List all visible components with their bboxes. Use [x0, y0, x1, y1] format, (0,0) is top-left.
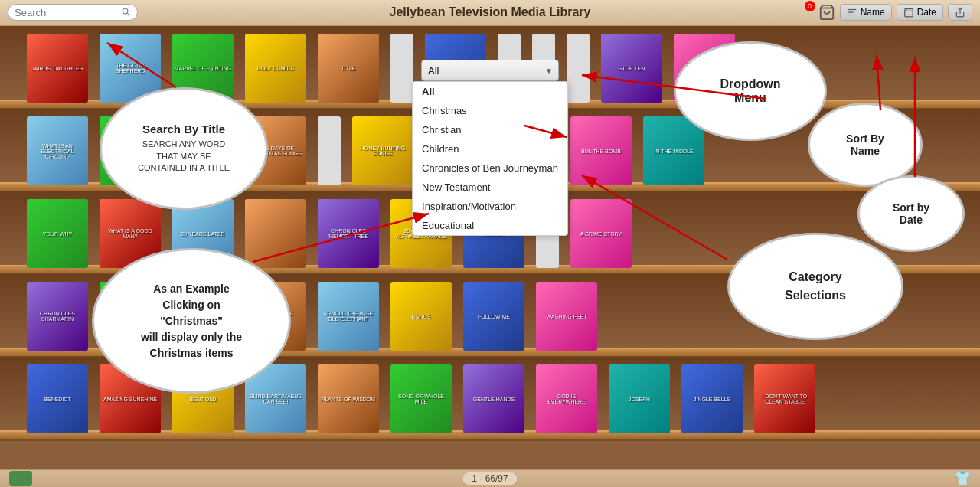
book-item[interactable]: WASHING FEET: [536, 282, 597, 351]
bubble-dropdown: DropdownMenu: [674, 41, 827, 141]
book-item[interactable]: CHRONICLES MEMORY TREE: [318, 199, 379, 268]
share-icon: [955, 7, 965, 18]
bubble-example-text: As an ExampleClicking on"Christmas"will …: [141, 281, 242, 361]
book-item[interactable]: [390, 34, 413, 103]
sort-name-button[interactable]: Name: [840, 4, 892, 21]
cart-icon[interactable]: [818, 4, 835, 21]
dropdown-option-chronicles[interactable]: Chronicles of Ben Journeyman: [413, 159, 567, 178]
bubble-example: As an ExampleClicking on"Christmas"will …: [92, 248, 291, 394]
bottom-logo: [9, 471, 32, 486]
book-item[interactable]: GENTLE HANDS: [463, 364, 524, 433]
sort-name-label: Name: [861, 7, 885, 18]
category-dropdown[interactable]: All Christmas Christian Children Chronic…: [421, 60, 559, 81]
book-item[interactable]: JAIRUS' DAUGHTER: [27, 34, 88, 103]
book-item[interactable]: I DON'T WANT TO CLEAN STABLE: [754, 364, 815, 433]
dropdown-option-christian[interactable]: Christian: [413, 120, 567, 139]
dropdown-wrapper: All Christmas Christian Children Chronic…: [421, 60, 559, 81]
dropdown-option-new-testament[interactable]: New Testament: [413, 178, 567, 197]
dropdown-option-children[interactable]: Children: [413, 139, 567, 159]
sort-icon: [847, 7, 858, 18]
book-item[interactable]: PLANTS OF WISDOM: [318, 364, 379, 433]
book-item[interactable]: FOLLOW ME: [463, 282, 524, 351]
book-item[interactable]: YOUR WHY: [27, 199, 88, 268]
book-item[interactable]: SONG OF WHOLE MILE: [390, 364, 452, 433]
pagination: 1 - 66/97: [462, 472, 518, 485]
book-item[interactable]: [567, 34, 590, 103]
book-item[interactable]: CHRONICLES SHARMARIN: [27, 282, 88, 351]
book-item[interactable]: BONUS: [390, 282, 452, 351]
cart-badge: 0: [805, 1, 815, 11]
bubble-sort-name: Sort ByName: [808, 103, 923, 187]
dropdown-container: All Christmas Christian Children Chronic…: [421, 60, 559, 81]
svg-point-0: [122, 8, 128, 14]
header: Jellybean Television Media Library 0 Nam…: [0, 0, 980, 26]
book-item[interactable]: JINGLE BELLS: [681, 364, 743, 433]
search-input[interactable]: [15, 7, 122, 18]
search-container: [8, 4, 138, 21]
svg-line-1: [127, 13, 129, 15]
book-item[interactable]: [245, 199, 306, 268]
book-item[interactable]: HONEY HUNTING SONGS: [352, 116, 413, 185]
bubble-sort-date-text: Sort byDate: [893, 201, 929, 226]
bubble-search-sub: SEARCH ANY WORDTHAT MAY BECONTAINED IN A…: [138, 139, 230, 174]
sort-date-label: Date: [917, 7, 936, 18]
calendar-icon: [903, 7, 914, 18]
cart-icon-wrap: 0: [808, 4, 835, 21]
sort-date-button[interactable]: Date: [897, 4, 943, 21]
shirt-icon[interactable]: 👕: [954, 470, 971, 487]
book-item[interactable]: TITLE: [318, 34, 379, 103]
bubble-dropdown-text: DropdownMenu: [720, 77, 780, 105]
search-icon: [122, 6, 131, 18]
book-item[interactable]: A CRIME STORY: [570, 199, 632, 268]
header-title: Jellybean Television Media Library: [390, 5, 591, 19]
book-item[interactable]: WHAT IS AN ELECTRICAL CIRCUIT?: [27, 116, 88, 185]
book-item[interactable]: GOD IS EVERYWHERE: [536, 364, 597, 433]
open-dropdown-menu: All Christmas Christian Children Chronic…: [412, 81, 568, 236]
svg-rect-6: [904, 8, 913, 16]
dropdown-option-inspiration[interactable]: Inspiration/Motivation: [413, 197, 567, 216]
dropdown-option-all[interactable]: All: [413, 82, 567, 101]
share-button[interactable]: [948, 4, 972, 21]
book-item[interactable]: BUL THE BOMB: [570, 116, 632, 185]
book-item[interactable]: IN THE MIDDLE: [643, 116, 704, 185]
book-item[interactable]: JOSEPH: [609, 364, 670, 433]
bottom-bar: 1 - 66/97 👕: [0, 469, 980, 487]
dropdown-option-educational[interactable]: Educational: [413, 216, 567, 235]
bubble-category: CategorySelections: [727, 233, 903, 340]
header-controls: 0 Name Date: [808, 4, 972, 21]
book-item[interactable]: HOLY COMICS: [245, 34, 306, 103]
bubble-search-title: Search By Title: [142, 123, 225, 136]
bubble-search: Search By Title SEARCH ANY WORDTHAT MAY …: [100, 87, 268, 210]
book-item[interactable]: STOP TEN: [601, 34, 662, 103]
book-item[interactable]: BENEDICT: [27, 364, 88, 433]
bubble-sort-name-text: Sort ByName: [846, 132, 884, 157]
main-content: JAIRUS' DAUGHTER THE GOOD SHEPHERD MARVE…: [0, 26, 980, 469]
book-item[interactable]: [318, 116, 341, 185]
dropdown-option-christmas[interactable]: Christmas: [413, 101, 567, 120]
bubble-category-text: CategorySelections: [785, 268, 846, 305]
bubble-sort-date: Sort byDate: [858, 175, 965, 252]
book-item[interactable]: ARNOLD THE WISE OLD ELEPHANT: [318, 282, 379, 351]
